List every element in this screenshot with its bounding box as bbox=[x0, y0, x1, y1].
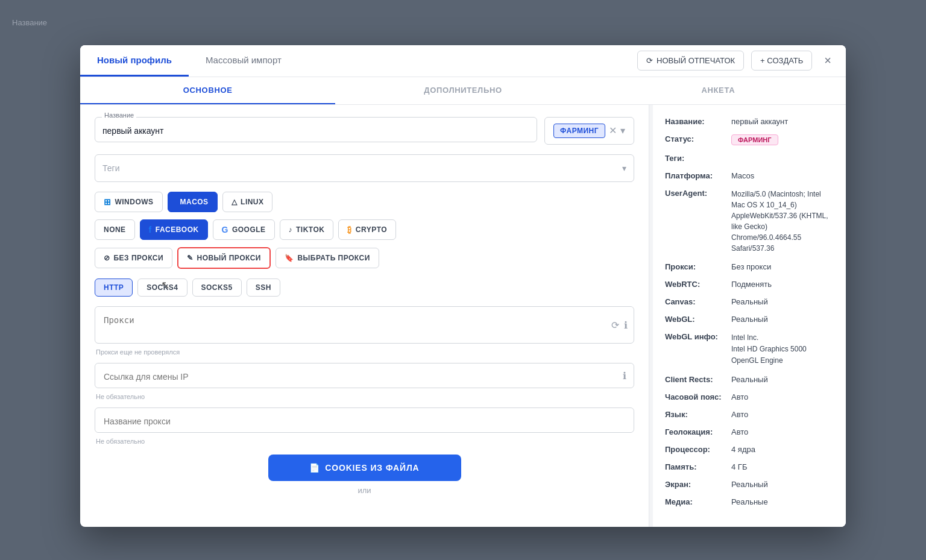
url-hint: Не обязательно bbox=[95, 393, 634, 400]
cookies-section: 📄 COOKIES ИЗ ФАЙЛА или bbox=[95, 455, 634, 497]
tags-select[interactable]: Теги ▾ bbox=[95, 154, 634, 182]
info-val-proxy: Без прокси bbox=[731, 262, 834, 271]
name-input[interactable] bbox=[95, 117, 537, 142]
url-input-wrap: ℹ bbox=[95, 363, 634, 388]
file-icon: 📄 bbox=[309, 463, 320, 473]
info-key-memory: Память: bbox=[665, 462, 731, 471]
info-val-canvas: Реальный bbox=[731, 297, 834, 306]
service-crypto[interactable]: ₿ CRYPTO bbox=[338, 219, 396, 240]
main-form: Название ФАРМИНГ ✕ ▾ Теги ▾ bbox=[80, 105, 649, 527]
proxy-hint: Прокси еще не проверялся bbox=[95, 348, 634, 356]
platform-windows[interactable]: ⊞ WINDOWS bbox=[95, 192, 163, 212]
sub-tabs: ОСНОВНОЕ ДОПОЛНИТЕЛЬНО АНКЕТА bbox=[80, 77, 846, 105]
info-row-proxy: Прокси: Без прокси bbox=[665, 262, 834, 271]
info-key-tags: Теги: bbox=[665, 154, 731, 163]
protocol-http[interactable]: HTTP bbox=[95, 278, 133, 297]
new-proxy-button[interactable]: ✎ НОВЫЙ ПРОКСИ bbox=[177, 247, 271, 269]
sidebar-info: Название: первый аккаунт Статус: ФАРМИНГ… bbox=[653, 105, 846, 527]
info-key-webgl-info: WebGL инфо: bbox=[665, 332, 731, 367]
google-icon: G bbox=[222, 225, 228, 234]
proxy-options-row: ⊘ БЕЗ ПРОКСИ ✎ НОВЫЙ ПРОКСИ 🔖 ВЫБРАТЬ ПР… bbox=[95, 247, 634, 269]
info-val-platform: Macos bbox=[731, 171, 834, 180]
header-actions: ⟳ НОВЫЙ ОТПЕЧАТОК + СОЗДАТЬ × bbox=[628, 51, 846, 71]
clear-status-icon[interactable]: ✕ bbox=[609, 125, 617, 136]
cookies-from-file-button[interactable]: 📄 COOKIES ИЗ ФАЙЛА bbox=[268, 455, 461, 481]
info-key-language: Язык: bbox=[665, 410, 731, 419]
info-key-webgl: WebGL: bbox=[665, 315, 731, 324]
info-val-media: Реальные bbox=[731, 497, 834, 506]
info-row-cpu: Процессор: 4 ядра bbox=[665, 445, 834, 454]
info-row-tags: Теги: bbox=[665, 154, 834, 163]
protocol-socks5[interactable]: SOCKS5 bbox=[192, 278, 242, 297]
info-row-media: Медиа: Реальные bbox=[665, 497, 834, 506]
no-proxy-button[interactable]: ⊘ БЕЗ ПРОКСИ bbox=[95, 248, 172, 268]
bitcoin-icon: ₿ bbox=[347, 225, 351, 234]
platform-linux[interactable]: △ LINUX bbox=[222, 192, 273, 212]
select-proxy-button[interactable]: 🔖 ВЫБРАТЬ ПРОКСИ bbox=[276, 248, 379, 268]
info-row-name: Название: первый аккаунт bbox=[665, 117, 834, 126]
info-key-canvas: Canvas: bbox=[665, 297, 731, 306]
name-field-wrap: Название bbox=[95, 117, 537, 145]
info-key-cpu: Процессор: bbox=[665, 445, 731, 454]
proxy-name-wrap bbox=[95, 407, 634, 433]
platform-macos[interactable]: MACOS bbox=[168, 192, 218, 212]
or-divider: или bbox=[357, 486, 371, 495]
modal-body: Название ФАРМИНГ ✕ ▾ Теги ▾ bbox=[80, 105, 846, 527]
name-status-row: Название ФАРМИНГ ✕ ▾ bbox=[95, 117, 634, 145]
tab-advanced[interactable]: ДОПОЛНИТЕЛЬНО bbox=[335, 77, 590, 104]
windows-icon: ⊞ bbox=[104, 197, 111, 207]
info-val-geolocation: Авто bbox=[731, 427, 834, 436]
info-val-language: Авто bbox=[731, 410, 834, 419]
proxy-textarea[interactable] bbox=[95, 307, 634, 341]
info-badge-farming: ФАРМИНГ bbox=[731, 134, 778, 145]
linux-icon: △ bbox=[232, 198, 237, 206]
bookmark-icon: 🔖 bbox=[285, 254, 294, 262]
modal: Новый профиль Массовый импорт ⟳ НОВЫЙ ОТ… bbox=[80, 45, 846, 527]
url-input[interactable] bbox=[95, 363, 634, 388]
tab-basic[interactable]: ОСНОВНОЕ bbox=[80, 77, 335, 104]
info-row-status: Статус: ФАРМИНГ bbox=[665, 134, 834, 145]
tab-new-profile[interactable]: Новый профиль bbox=[80, 45, 189, 77]
info-val-client-rects: Реальный bbox=[731, 375, 834, 384]
info-row-memory: Память: 4 ГБ bbox=[665, 462, 834, 471]
info-row-webrtc: WebRTC: Подменять bbox=[665, 280, 834, 289]
info-val-screen: Реальный bbox=[731, 480, 834, 489]
service-google[interactable]: G GOOGLE bbox=[213, 219, 275, 240]
protocol-socks4[interactable]: SOCKS4 bbox=[137, 278, 187, 297]
refresh-proxy-icon[interactable]: ⟳ bbox=[611, 319, 619, 330]
info-url-icon: ℹ bbox=[623, 370, 626, 381]
service-none[interactable]: NONE bbox=[95, 219, 135, 240]
service-tiktok[interactable]: ♪ TIKTOK bbox=[280, 219, 334, 240]
info-row-language: Язык: Авто bbox=[665, 410, 834, 419]
info-row-useragent: UserAgent: Mozilla/5.0 (Macintosh; Intel… bbox=[665, 189, 834, 254]
protocol-row: HTTP SOCKS4 SOCKS5 SSH bbox=[95, 278, 634, 297]
new-fingerprint-button[interactable]: ⟳ НОВЫЙ ОТПЕЧАТОК bbox=[637, 51, 744, 71]
facebook-icon: f bbox=[149, 225, 152, 234]
ban-icon: ⊘ bbox=[104, 254, 110, 262]
proxy-actions: ⟳ ℹ bbox=[611, 319, 628, 330]
info-key-name: Название: bbox=[665, 117, 731, 126]
info-proxy-icon[interactable]: ℹ bbox=[624, 319, 628, 330]
close-button[interactable]: × bbox=[819, 51, 836, 70]
info-val-webrtc: Подменять bbox=[731, 280, 834, 289]
info-val-cpu: 4 ядра bbox=[731, 445, 834, 454]
status-badge-wrap: ФАРМИНГ ✕ ▾ bbox=[544, 117, 634, 145]
service-facebook[interactable]: f FACEBOOK bbox=[140, 219, 208, 240]
platform-row: ⊞ WINDOWS MACOS △ LINUX bbox=[95, 192, 634, 212]
create-button[interactable]: + СОЗДАТЬ bbox=[751, 51, 812, 71]
info-key-geolocation: Геолокация: bbox=[665, 427, 731, 436]
dropdown-status-icon[interactable]: ▾ bbox=[620, 125, 625, 136]
info-val-webgl-info: Intel Inc.Intel HD Graphics 5000 OpenGL … bbox=[731, 332, 834, 367]
info-row-webgl-info: WebGL инфо: Intel Inc.Intel HD Graphics … bbox=[665, 332, 834, 367]
fingerprint-icon: ⟳ bbox=[646, 56, 653, 65]
info-key-platform: Платформа: bbox=[665, 171, 731, 180]
tab-survey[interactable]: АНКЕТА bbox=[591, 77, 846, 104]
info-row-timezone: Часовой пояс: Авто bbox=[665, 392, 834, 401]
tags-placeholder: Теги bbox=[102, 163, 119, 173]
protocol-ssh[interactable]: SSH bbox=[247, 278, 280, 297]
proxy-name-input[interactable] bbox=[95, 408, 634, 432]
info-key-screen: Экран: bbox=[665, 480, 731, 489]
tab-mass-import[interactable]: Массовый импорт bbox=[189, 45, 298, 77]
info-row-platform: Платформа: Macos bbox=[665, 171, 834, 180]
info-val-webgl: Реальный bbox=[731, 315, 834, 324]
